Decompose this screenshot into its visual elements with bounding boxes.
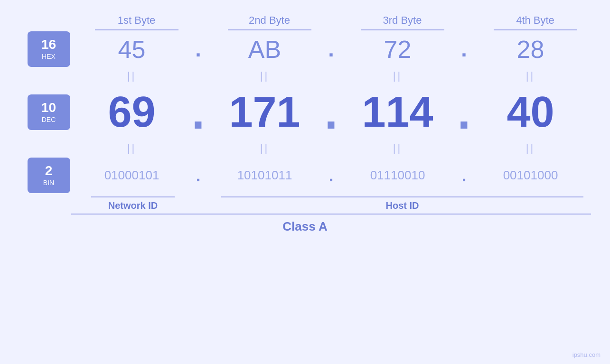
eq2-b3: ||	[346, 142, 450, 155]
dec-base-num: 10	[41, 101, 56, 114]
bin-row: 2 BIN 01000101 . 10101011 . 01110010 . 0…	[19, 158, 591, 193]
bin-badge: 2 BIN	[28, 158, 70, 193]
byte-header-1: 1st Byte	[84, 14, 189, 30]
hex-b4: 28	[479, 35, 583, 64]
dec-badge: 10 DEC	[28, 94, 70, 130]
eq1-b2: ||	[213, 70, 317, 82]
bin-dot-1: .	[184, 166, 213, 185]
bin-dot-3: .	[450, 166, 479, 185]
id-labels-section: Network ID Host ID	[19, 196, 591, 211]
hex-row: 16 HEX 45 . AB . 72 . 28	[19, 31, 591, 67]
byte-header-3: 3rd Byte	[350, 14, 455, 30]
class-a-label: Class A	[282, 219, 327, 234]
byte-header-2: 2nd Byte	[217, 14, 322, 30]
dec-row: 10 DEC 69 . 171 . 114 . 40	[19, 85, 591, 140]
eq2-b4: ||	[479, 142, 583, 155]
bin-b3: 01110010	[346, 168, 450, 183]
hex-dot-1: .	[184, 37, 213, 62]
network-id-label: Network ID	[108, 200, 158, 211]
bin-base-num: 2	[45, 164, 53, 177]
eq1-b1: ||	[80, 70, 184, 82]
hex-badge: 16 HEX	[28, 31, 70, 67]
dec-base-label: DEC	[42, 116, 56, 123]
class-section: Class A	[19, 214, 591, 234]
dec-dot-3: .	[450, 85, 479, 140]
eq2-b1: ||	[80, 142, 184, 155]
byte-header-4: 4th Byte	[483, 14, 588, 30]
hex-dot-2: .	[317, 37, 346, 62]
bin-b2: 10101011	[213, 168, 317, 183]
eq1-b4: ||	[479, 70, 583, 82]
bin-b4: 00101000	[479, 168, 583, 183]
hex-base-label: HEX	[42, 53, 56, 60]
bin-dot-2: .	[317, 166, 346, 185]
host-id-label: Host ID	[386, 200, 419, 211]
dec-b2: 171	[213, 88, 317, 137]
eq1-b3: ||	[346, 70, 450, 82]
dec-b4: 40	[479, 88, 583, 137]
bin-base-label: BIN	[43, 179, 54, 187]
hex-dot-3: .	[450, 37, 479, 62]
dec-dot-1: .	[184, 85, 213, 140]
equals-row-1: || || || ||	[19, 70, 591, 82]
equals-row-2: || || || ||	[19, 142, 591, 155]
dec-b1: 69	[80, 88, 184, 137]
hex-b2: AB	[213, 35, 317, 64]
watermark: ipshu.com	[572, 351, 601, 358]
dec-dot-2: .	[317, 85, 346, 140]
hex-b3: 72	[346, 35, 450, 64]
hex-base-num: 16	[41, 38, 56, 51]
dec-b3: 114	[346, 88, 450, 137]
eq2-b2: ||	[213, 142, 317, 155]
hex-b1: 45	[80, 35, 184, 64]
byte-headers: 1st Byte 2nd Byte 3rd Byte 4th Byte	[19, 14, 591, 30]
bin-b1: 01000101	[80, 168, 184, 183]
